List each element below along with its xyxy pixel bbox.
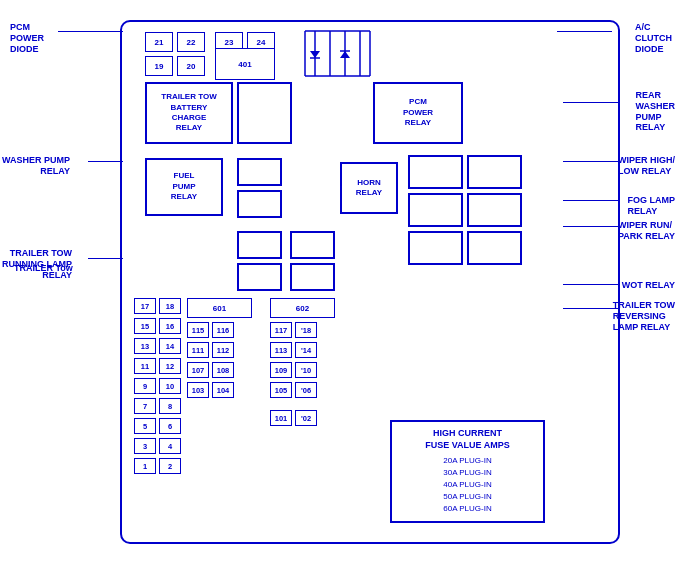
- fuse-13: 13: [134, 338, 156, 354]
- fog-lamp-relay-label: FOG LAMPRELAY: [628, 195, 676, 217]
- fuel-pump-relay: FUELPUMPRELAY: [145, 158, 223, 216]
- fuse-20a: 20A PLUG-IN: [398, 455, 537, 467]
- relay-small-2: [237, 190, 282, 218]
- fuse-105: 105: [270, 382, 292, 398]
- relay-small-1: [237, 158, 282, 186]
- fog-lamp-line: [563, 200, 618, 201]
- relay-small-3: [237, 231, 282, 259]
- high-current-fuse-box: HIGH CURRENTFUSE VALUE AMPS 20A PLUG-IN …: [390, 420, 545, 523]
- pcm-power-relay: PCMPOWERRELAY: [373, 82, 463, 144]
- fuse-21: 21: [145, 32, 173, 52]
- relay-right-6: [467, 231, 522, 265]
- fuse-11: 11: [134, 358, 156, 374]
- fuse-16: 16: [159, 318, 181, 334]
- fuse-8: 8: [159, 398, 181, 414]
- relay-small-6: [290, 263, 335, 291]
- fuse-3: 3: [134, 438, 156, 454]
- rear-washer-pump-relay-label: REARWASHERPUMPRELAY: [635, 90, 675, 133]
- ac-clutch-diode-label: A/CCLUTCHDIODE: [635, 22, 672, 54]
- fuse-108: 108: [212, 362, 234, 378]
- trailer-tow-running-line: [88, 258, 123, 259]
- relay-small-4: [237, 263, 282, 291]
- relay-right-5: [408, 231, 463, 265]
- wiper-run-park-line: [563, 226, 618, 227]
- wot-relay-line: [563, 284, 618, 285]
- washer-pump-relay-label: WASHER PUMPRELAY: [2, 155, 70, 177]
- diode-symbols: [295, 26, 375, 81]
- fuse-113: 113: [270, 342, 292, 358]
- fuse-22: 22: [177, 32, 205, 52]
- pcm-power-diode-label: PCMPOWERDIODE: [10, 22, 44, 54]
- wiper-high-low-relay-label: WIPER HIGH/LOW RELAY: [618, 155, 675, 177]
- relay-right-3: [408, 193, 463, 227]
- fuse-5: 5: [134, 418, 156, 434]
- fuse-117: 117: [270, 322, 292, 338]
- relay-right-4: [467, 193, 522, 227]
- fuse-18: 18: [159, 298, 181, 314]
- fuse-109: 109: [270, 362, 292, 378]
- fuse-60a: 60A PLUG-IN: [398, 503, 537, 515]
- fuse-14: 14: [159, 338, 181, 354]
- fuse-6: 6: [159, 418, 181, 434]
- fuse-106: '06: [295, 382, 317, 398]
- rear-washer-line: [563, 102, 618, 103]
- fuse-114: '14: [295, 342, 317, 358]
- fuse-20: 20: [177, 56, 205, 76]
- fuse-101: 101: [270, 410, 292, 426]
- fuse-50a: 50A PLUG-IN: [398, 491, 537, 503]
- fuse-116: 116: [212, 322, 234, 338]
- fuse-2: 2: [159, 458, 181, 474]
- fuse-107: 107: [187, 362, 209, 378]
- relay-right-1: [408, 155, 463, 189]
- fuse-103: 103: [187, 382, 209, 398]
- pcm-diode-line: [58, 31, 123, 32]
- wiper-high-low-line: [563, 161, 618, 162]
- fuse-111: 111: [187, 342, 209, 358]
- empty-relay-1: [237, 82, 292, 144]
- group-602: 602: [270, 298, 335, 318]
- fuse-104: 104: [212, 382, 234, 398]
- fuse-10: 10: [159, 378, 181, 394]
- fuse-4: 4: [159, 438, 181, 454]
- fuse-12: 12: [159, 358, 181, 374]
- fuse-15: 15: [134, 318, 156, 334]
- fuse-40a: 40A PLUG-IN: [398, 479, 537, 491]
- relay-small-5: [290, 231, 335, 259]
- fuse-118: '18: [295, 322, 317, 338]
- fuse-7: 7: [134, 398, 156, 414]
- trailer-tow-battery-relay: TRAILER TOWBATTERYCHARGERELAY: [145, 82, 233, 144]
- fuse-17: 17: [134, 298, 156, 314]
- relay-right-2: [467, 155, 522, 189]
- horn-relay: HORNRELAY: [340, 162, 398, 214]
- fuse-401: 401: [215, 48, 275, 80]
- fuse-102: '02: [295, 410, 317, 426]
- fuse-115: 115: [187, 322, 209, 338]
- washer-pump-line: [88, 161, 123, 162]
- trailer-tow-reversing-line: [563, 308, 618, 309]
- svg-marker-6: [340, 51, 350, 58]
- trailer-tow-reversing-label: TRAILER TOWREVERSINGLAMP RELAY: [613, 300, 675, 332]
- high-current-title: HIGH CURRENTFUSE VALUE AMPS: [398, 428, 537, 451]
- trailer-tow-text: TRAILER Tow: [14, 263, 73, 273]
- fuse-1: 1: [134, 458, 156, 474]
- fuse-19: 19: [145, 56, 173, 76]
- svg-marker-4: [310, 51, 320, 58]
- wot-relay-label: WOT RELAY: [622, 280, 675, 291]
- fuse-30a: 30A PLUG-IN: [398, 467, 537, 479]
- group-601: 601: [187, 298, 252, 318]
- wiper-run-park-relay-label: WIPER RUN/PARK RELAY: [618, 220, 675, 242]
- ac-diode-line: [557, 31, 612, 32]
- fuse-112: 112: [212, 342, 234, 358]
- fuse-9: 9: [134, 378, 156, 394]
- fuse-110: '10: [295, 362, 317, 378]
